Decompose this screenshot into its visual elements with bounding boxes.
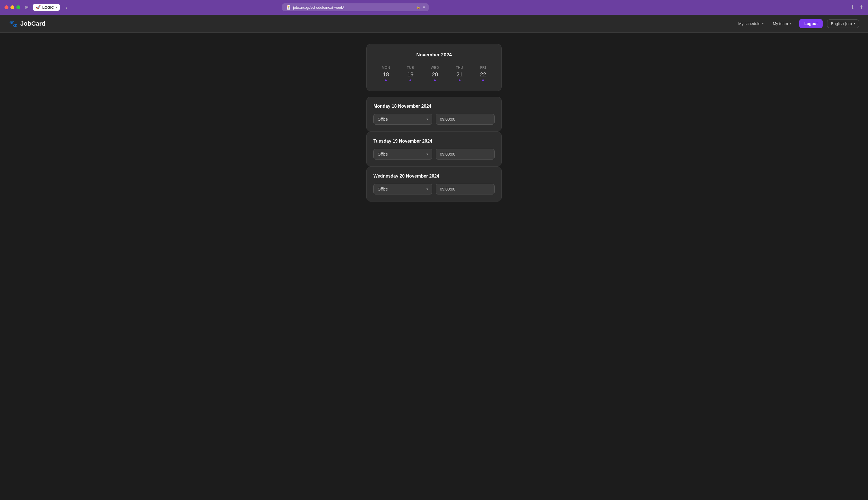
my-team-label: My team xyxy=(773,21,788,26)
app-header: 🐾 JobCard My schedule ▾ My team ▾ Logout… xyxy=(0,15,868,33)
calendar-day-19[interactable]: TUE 19 xyxy=(404,64,417,83)
day-dot-icon xyxy=(410,79,411,81)
minimize-button[interactable] xyxy=(10,5,14,9)
my-schedule-chevron-icon: ▾ xyxy=(762,22,764,25)
time-value: 09:00:00 xyxy=(440,117,455,122)
language-chevron-icon: ▾ xyxy=(854,22,855,25)
calendar-days: MON 18 TUE 19 WED 20 THU 21 FRI 22 xyxy=(374,64,494,83)
logic-tab-label: LOGIC xyxy=(42,5,54,10)
favicon-icon: 🃏 xyxy=(286,5,291,10)
day-number: 21 xyxy=(456,71,462,78)
day-number: 18 xyxy=(383,71,389,78)
calendar-day-21[interactable]: THU 21 xyxy=(453,64,466,83)
day-label: MON xyxy=(382,66,390,70)
sidebar-toggle-icon[interactable]: ⊞ xyxy=(24,4,30,11)
time-field-1[interactable]: 09:00:00 xyxy=(436,149,494,160)
logic-tab[interactable]: 🚀 LOGIC ▾ xyxy=(33,4,60,11)
calendar-title: November 2024 xyxy=(374,52,494,58)
language-selector[interactable]: English (en) ▾ xyxy=(827,20,859,28)
logo[interactable]: 🐾 JobCard xyxy=(9,20,45,27)
my-team-nav[interactable]: My team ▾ xyxy=(769,19,795,28)
logout-button[interactable]: Logout xyxy=(799,19,823,28)
time-field-2[interactable]: 09:00:00 xyxy=(436,184,494,194)
url-bar[interactable]: 🃏 jobcard.gr/schedule/next-week/ 🔒 ≡ xyxy=(282,3,429,11)
day-dot-icon xyxy=(434,79,436,81)
time-value: 09:00:00 xyxy=(440,152,455,157)
lock-icon: 🔒 xyxy=(416,5,421,9)
day-dot-icon xyxy=(459,79,460,81)
location-chevron-icon: ▾ xyxy=(426,187,428,191)
calendar-day-22[interactable]: FRI 22 xyxy=(477,64,489,83)
location-value: Office xyxy=(378,117,388,122)
day-card-fields: Office ▾ 09:00:00 xyxy=(374,184,494,194)
day-number: 20 xyxy=(432,71,438,78)
logo-icon: 🐾 xyxy=(9,20,18,27)
time-value: 09:00:00 xyxy=(440,187,455,191)
day-number: 19 xyxy=(407,71,413,78)
logo-text: JobCard xyxy=(20,20,45,27)
location-select-2[interactable]: Office ▾ xyxy=(374,184,432,194)
location-value: Office xyxy=(378,187,388,191)
location-select-1[interactable]: Office ▾ xyxy=(374,149,432,160)
close-button[interactable] xyxy=(4,5,9,9)
language-label: English (en) xyxy=(831,21,852,26)
time-field-0[interactable]: 09:00:00 xyxy=(436,114,494,125)
location-select-0[interactable]: Office ▾ xyxy=(374,114,432,125)
location-chevron-icon: ▾ xyxy=(426,152,428,156)
download-icon[interactable]: ⬇ xyxy=(850,4,855,10)
browser-chrome: ⊞ 🚀 LOGIC ▾ ‹ 🃏 jobcard.gr/schedule/next… xyxy=(0,0,868,15)
day-card-title: Wednesday 20 November 2024 xyxy=(374,174,494,179)
schedule-cards: Monday 18 November 2024 Office ▾ 09:00:0… xyxy=(366,97,502,202)
calendar-day-20[interactable]: WED 20 xyxy=(428,64,442,83)
day-label: FRI xyxy=(480,66,486,70)
schedule-container: November 2024 MON 18 TUE 19 WED 20 THU 2… xyxy=(366,44,502,489)
url-text: jobcard.gr/schedule/next-week/ xyxy=(293,5,414,10)
day-card-title: Monday 18 November 2024 xyxy=(374,104,494,109)
my-schedule-nav[interactable]: My schedule ▾ xyxy=(735,19,767,28)
day-dot-icon xyxy=(482,79,484,81)
browser-actions: ⬇ ⬆ xyxy=(850,4,864,10)
my-team-chevron-icon: ▾ xyxy=(790,22,791,25)
main-content: November 2024 MON 18 TUE 19 WED 20 THU 2… xyxy=(0,33,868,500)
day-label: TUE xyxy=(407,66,414,70)
day-label: THU xyxy=(456,66,463,70)
day-card-fields: Office ▾ 09:00:00 xyxy=(374,149,494,160)
tab-chevron-icon: ▾ xyxy=(56,6,57,9)
day-dot-icon xyxy=(385,79,387,81)
share-icon[interactable]: ⬆ xyxy=(859,4,864,10)
day-card-title: Tuesday 19 November 2024 xyxy=(374,139,494,144)
calendar-card: November 2024 MON 18 TUE 19 WED 20 THU 2… xyxy=(366,44,502,91)
day-label: WED xyxy=(431,66,439,70)
maximize-button[interactable] xyxy=(16,5,20,9)
day-card-2: Wednesday 20 November 2024 Office ▾ 09:0… xyxy=(366,167,502,202)
location-value: Office xyxy=(378,152,388,157)
calendar-day-18[interactable]: MON 18 xyxy=(379,64,393,83)
header-nav: My schedule ▾ My team ▾ Logout English (… xyxy=(735,19,859,28)
back-button[interactable]: ‹ xyxy=(63,3,70,12)
day-number: 22 xyxy=(480,71,486,78)
traffic-lights xyxy=(4,5,20,9)
my-schedule-label: My schedule xyxy=(738,21,761,26)
day-card-fields: Office ▾ 09:00:00 xyxy=(374,114,494,125)
day-card-0: Monday 18 November 2024 Office ▾ 09:00:0… xyxy=(366,97,502,132)
rocket-icon: 🚀 xyxy=(36,5,41,10)
reader-mode-icon: ≡ xyxy=(423,5,425,9)
location-chevron-icon: ▾ xyxy=(426,117,428,121)
day-card-1: Tuesday 19 November 2024 Office ▾ 09:00:… xyxy=(366,132,502,167)
